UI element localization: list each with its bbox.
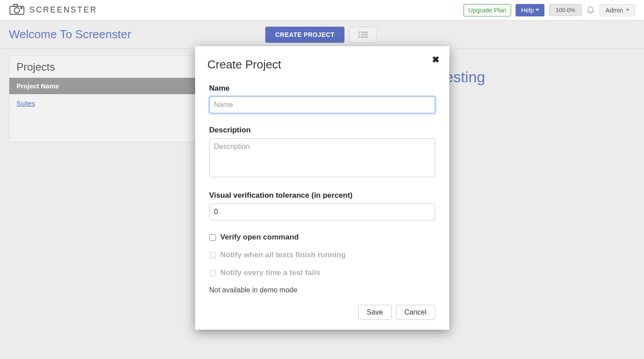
description-input[interactable] <box>209 138 435 148</box>
svg-rect-2 <box>14 4 18 7</box>
create-project-button[interactable]: CREATE PROJECT <box>265 27 344 43</box>
close-icon[interactable]: ✖ <box>432 54 440 65</box>
svg-rect-5 <box>361 32 368 33</box>
usage-percent: 100.0% <box>549 4 582 16</box>
col-project-name: Project Name <box>9 78 196 94</box>
modal-title: Create Project <box>208 58 437 72</box>
name-label: Name <box>209 84 435 93</box>
list-view-button[interactable] <box>350 27 376 43</box>
brand: SCREENSTER <box>9 3 97 17</box>
admin-label: Admin <box>605 7 623 14</box>
description-label: Description <box>209 126 435 135</box>
svg-rect-9 <box>361 36 368 38</box>
caret-down-icon <box>536 9 539 11</box>
svg-point-3 <box>21 8 22 9</box>
help-label: Help <box>521 7 534 14</box>
svg-point-1 <box>14 8 20 13</box>
caret-down-icon <box>626 9 629 11</box>
svg-rect-4 <box>358 32 360 33</box>
subheader: Welcome To Screenster CREATE PROJECT <box>0 20 644 49</box>
bell-icon[interactable] <box>586 5 595 15</box>
welcome-title: Welcome To Screenster <box>9 28 131 41</box>
upgrade-plan-button[interactable]: Upgrade Plan <box>464 4 512 16</box>
project-link[interactable]: Suites <box>16 100 35 107</box>
svg-rect-8 <box>358 36 360 38</box>
admin-menu-button[interactable]: Admin <box>600 4 635 16</box>
create-project-modal: ✖ Create Project Name Description Visual… <box>195 46 449 148</box>
brand-text: SCREENSTER <box>29 5 97 15</box>
name-input[interactable] <box>209 96 435 113</box>
list-icon <box>358 31 368 38</box>
svg-rect-6 <box>358 34 360 35</box>
topbar: SCREENSTER Upgrade Plan Help 100.0% Admi… <box>0 0 644 20</box>
svg-rect-7 <box>361 34 368 35</box>
help-button[interactable]: Help <box>516 4 544 16</box>
camera-icon <box>9 3 25 17</box>
